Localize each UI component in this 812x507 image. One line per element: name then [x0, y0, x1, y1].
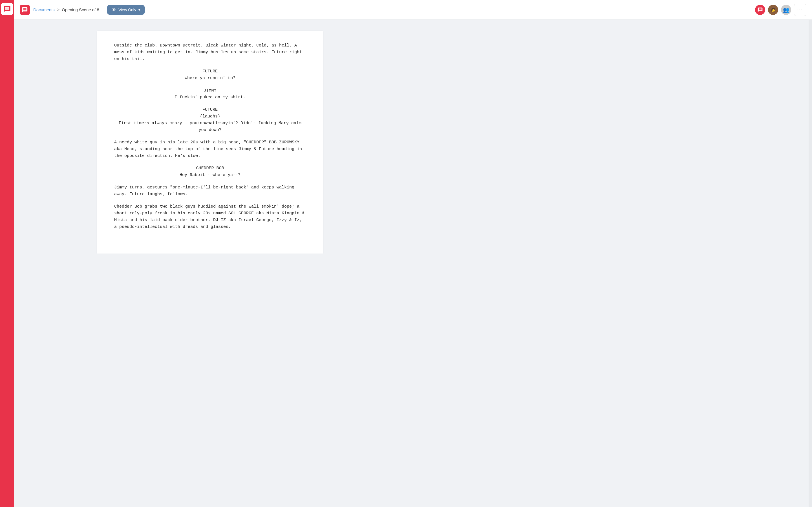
character-future-2: FUTURE	[114, 107, 306, 113]
dialogue-jimmy-1: I fuckin' puked on my shirt.	[114, 94, 306, 101]
action-text-3: Jimmy turns, gestures "one-minute-I'll b…	[114, 185, 294, 196]
action-line-1: Outside the club. Downtown Detroit. Blea…	[114, 42, 306, 62]
character-future-1: FUTURE	[114, 68, 306, 75]
view-only-label: View Only	[118, 8, 136, 12]
dialogue-text: Where ya runnin' to?	[185, 76, 236, 80]
character-name-text: FUTURE	[202, 107, 218, 112]
action-text-1: Outside the club. Downtown Detroit. Blea…	[114, 43, 302, 61]
breadcrumb: Documents > Opening Scene of 8..	[33, 7, 101, 12]
dialogue-chedder-bob: Hey Rabbit - where ya--?	[114, 172, 306, 179]
breadcrumb-separator: >	[57, 7, 59, 12]
dialogue-text: I fuckin' puked on my shirt.	[174, 95, 246, 100]
action-line-4: Chedder Bob grabs two black guys huddled…	[114, 203, 306, 230]
parenthetical-future-2: (laughs)	[114, 113, 306, 120]
breadcrumb-documents[interactable]: Documents	[33, 7, 55, 12]
character-name-text: FUTURE	[202, 69, 218, 74]
dialogue-future-1: Where ya runnin' to?	[114, 75, 306, 82]
character-name-text: JIMMY	[204, 88, 216, 93]
action-line-2: A needy white guy in his late 20s with a…	[114, 139, 306, 159]
eye-icon: 👁	[112, 7, 116, 12]
dialogue-future-2: First timers always crazy - youknowhatlm…	[114, 120, 306, 133]
character-jimmy-1: JIMMY	[114, 87, 306, 94]
app-logo[interactable]	[1, 3, 13, 15]
document-page: Outside the club. Downtown Detroit. Blea…	[97, 31, 323, 253]
header: Documents > Opening Scene of 8.. 👁 View …	[14, 0, 406, 20]
action-line-3: Jimmy turns, gestures "one-minute-I'll b…	[114, 184, 306, 198]
script-content: Outside the club. Downtown Detroit. Blea…	[114, 42, 306, 230]
character-chedder-bob: CHEDDER BOB	[114, 165, 306, 172]
doc-icon	[20, 5, 30, 15]
action-text-2: A needy white guy in his late 20s with a…	[114, 140, 302, 158]
breadcrumb-current-doc: Opening Scene of 8..	[62, 7, 101, 12]
dialogue-text: First timers always crazy - youknowhatlm…	[119, 121, 301, 132]
sidebar	[0, 0, 14, 253]
action-text-4: Chedder Bob grabs two black guys huddled…	[114, 204, 305, 229]
dialogue-text: Hey Rabbit - where ya--?	[180, 173, 241, 177]
main-content: Outside the club. Downtown Detroit. Blea…	[14, 20, 406, 253]
chevron-down-icon: ▾	[139, 8, 140, 12]
character-name-text: CHEDDER BOB	[196, 166, 224, 171]
view-only-button[interactable]: 👁 View Only ▾	[107, 5, 145, 15]
parenthetical-text: (laughs)	[200, 114, 220, 119]
